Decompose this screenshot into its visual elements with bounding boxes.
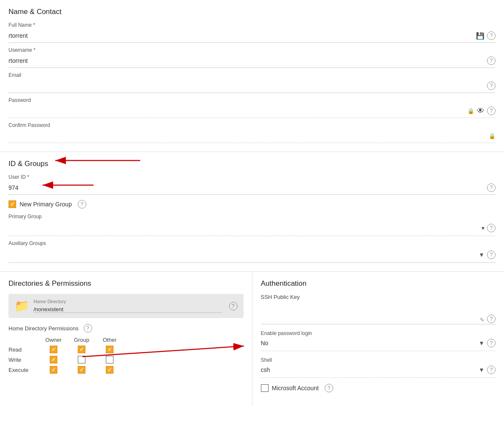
enable-password-login-help-icon[interactable]: ? [487, 339, 496, 347]
execute-owner-checkbox[interactable] [50, 366, 57, 374]
username-field-group: Username * ? [8, 47, 496, 68]
password-label: Password [8, 97, 496, 103]
primary-group-label: Primary Group [8, 214, 496, 220]
email-row: ? [8, 79, 496, 93]
ssh-key-help-icon[interactable]: ? [487, 315, 496, 323]
full-name-input[interactable] [8, 31, 473, 41]
shell-label: Shell [261, 357, 496, 363]
shell-chevron-icon[interactable]: ▼ [479, 366, 484, 373]
new-primary-group-row: New Primary Group ? [8, 200, 496, 208]
primary-group-field-group: Primary Group ▾ ? [8, 214, 496, 236]
permissions-label: Home Directory Permissions ? [8, 324, 244, 332]
full-name-field-group: Full Name * 💾 ? [8, 22, 496, 43]
authentication-section: Authentication SSH Public Key ✎ ? Enable… [252, 272, 504, 406]
other-header: Other [97, 337, 122, 343]
auxiliary-groups-help-icon[interactable]: ? [487, 251, 496, 259]
confirm-password-label: Confirm Password [8, 122, 496, 128]
full-name-label: Full Name * [8, 22, 496, 28]
auxiliary-groups-field-group: Auxiliary Groups ▼ ? [8, 240, 496, 263]
password-input[interactable] [8, 106, 465, 116]
microsoft-account-checkbox[interactable] [261, 384, 269, 392]
bottom-sections: Directories & Permissions 📁 Home Directo… [0, 272, 504, 406]
email-input[interactable] [8, 81, 484, 91]
read-owner-checkbox[interactable] [50, 346, 57, 353]
password-field-group: Password 🔒 👁︎ ? [8, 97, 496, 118]
user-id-label: User ID * [8, 174, 496, 180]
full-name-help-icon[interactable]: ? [487, 31, 496, 40]
user-id-row: ? [8, 181, 496, 195]
microsoft-account-row: Microsoft Account ? [261, 384, 496, 392]
home-directory-box: 📁 Home Directory ? [8, 294, 244, 318]
auxiliary-groups-chevron-icon[interactable]: ▼ [479, 251, 484, 258]
email-field-group: Email ? [8, 72, 496, 93]
username-input[interactable] [8, 56, 484, 66]
group-header: Group [69, 337, 94, 343]
edit-icon: ✎ [480, 317, 484, 323]
permissions-help-icon[interactable]: ? [84, 324, 92, 332]
write-other-checkbox[interactable] [106, 356, 113, 363]
read-group-checkbox[interactable] [78, 346, 85, 353]
ssh-key-label: SSH Public Key [261, 294, 496, 300]
new-primary-group-help-icon[interactable]: ? [78, 200, 86, 208]
primary-group-help-icon[interactable]: ? [487, 224, 496, 232]
user-id-input[interactable] [8, 183, 484, 193]
owner-header: Owner [41, 337, 66, 343]
username-label: Username * [8, 47, 496, 53]
microsoft-account-label: Microsoft Account [272, 385, 319, 391]
write-owner-checkbox[interactable] [50, 356, 57, 363]
email-help-icon[interactable]: ? [487, 82, 496, 90]
shell-help-icon[interactable]: ? [487, 366, 496, 374]
enable-password-login-chevron-icon[interactable]: ▼ [479, 340, 484, 346]
shell-field-group: Shell csh ▼ ? [261, 357, 496, 378]
full-name-row: 💾 ? [8, 29, 496, 43]
auxiliary-groups-row: ▼ ? [8, 247, 496, 263]
shell-value: csh [261, 366, 476, 373]
confirm-password-row: 🔒 [8, 129, 496, 143]
permissions-grid: Owner Group Other Read Write [8, 337, 244, 374]
new-primary-group-checkbox[interactable] [8, 200, 16, 208]
auxiliary-groups-value [8, 253, 476, 256]
username-row: ? [8, 54, 496, 68]
confirm-lock-icon: 🔒 [489, 133, 496, 139]
enable-password-login-field-group: Enable password login No ▼ ? [261, 330, 496, 351]
confirm-password-field-group: Confirm Password 🔒 [8, 122, 496, 143]
directories-permissions-section: Directories & Permissions 📁 Home Directo… [0, 272, 252, 406]
ssh-key-input[interactable] [261, 303, 479, 324]
home-dir-input[interactable] [34, 306, 222, 313]
name-contact-title: Name & Contact [8, 8, 496, 16]
enable-password-login-value: No [261, 340, 476, 346]
enable-password-login-row: No ▼ ? [261, 337, 496, 351]
name-contact-section: Name & Contact Full Name * 💾 ? Username … [0, 0, 504, 152]
microsoft-account-help-icon[interactable]: ? [325, 384, 333, 392]
email-label: Email [8, 72, 496, 78]
folder-icon: 📁 [14, 299, 29, 313]
primary-group-chevron-icon[interactable]: ▾ [481, 225, 484, 231]
user-id-help-icon[interactable]: ? [487, 183, 496, 192]
execute-group-checkbox[interactable] [78, 366, 85, 374]
directories-permissions-title: Directories & Permissions [8, 279, 244, 288]
eye-off-icon[interactable]: 👁︎ [477, 107, 484, 115]
authentication-title: Authentication [261, 279, 496, 288]
password-help-icon[interactable]: ? [487, 107, 496, 115]
confirm-password-input[interactable] [8, 131, 486, 141]
save-icon: 💾 [476, 32, 484, 40]
ssh-key-field-group: SSH Public Key ✎ ? [261, 294, 496, 324]
id-groups-title: ID & Groups [8, 160, 496, 168]
username-help-icon[interactable]: ? [487, 56, 496, 65]
primary-group-value [8, 226, 479, 230]
primary-group-row: ▾ ? [8, 220, 496, 236]
write-label: Write [8, 357, 38, 363]
home-dir-label: Home Directory [34, 299, 222, 304]
shell-row: csh ▼ ? [261, 364, 496, 378]
execute-label: Execute [8, 367, 38, 373]
auxiliary-groups-label: Auxiliary Groups [8, 240, 496, 246]
user-id-field-group: User ID * ? [8, 174, 496, 195]
password-row: 🔒 👁︎ ? [8, 104, 496, 118]
lock-icon: 🔒 [467, 108, 474, 114]
read-other-checkbox[interactable] [106, 346, 113, 353]
write-group-checkbox[interactable] [78, 356, 85, 363]
execute-other-checkbox[interactable] [106, 366, 113, 374]
enable-password-login-label: Enable password login [261, 330, 496, 336]
home-dir-help-icon[interactable]: ? [229, 302, 238, 310]
read-label: Read [8, 346, 38, 353]
